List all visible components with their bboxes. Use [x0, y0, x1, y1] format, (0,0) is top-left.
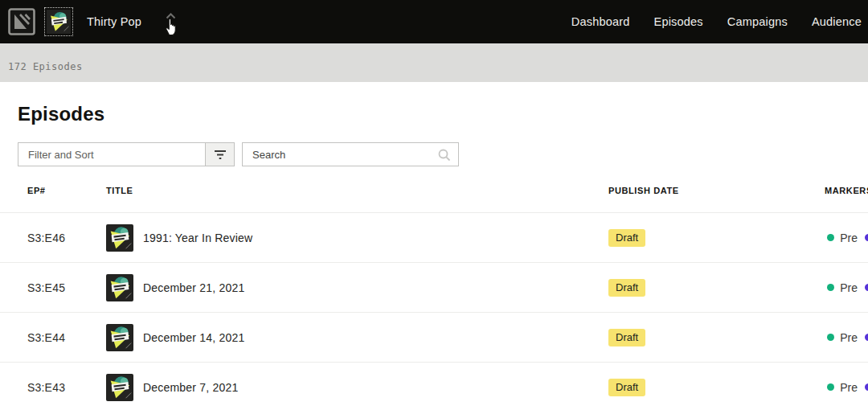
pre-marker-dot [827, 234, 834, 241]
pre-marker-dot [827, 383, 834, 391]
column-header-markers: MARKERS [825, 186, 868, 195]
table-row[interactable]: S3:E43 December 7, 2021 Draft Pre [0, 363, 868, 410]
top-navbar: Thirty Pop Dashboard Episodes Campaigns … [0, 0, 868, 43]
episode-artwork [106, 224, 133, 252]
episode-number: S3:E43 [27, 381, 106, 394]
episode-number: S3:E46 [27, 232, 106, 244]
podcast-switcher[interactable]: Thirty Pop [35, 7, 182, 36]
episode-title[interactable]: December 21, 2021 [143, 281, 244, 294]
status-badge-draft: Draft [608, 329, 645, 346]
episode-title[interactable]: December 7, 2021 [143, 381, 238, 394]
table-row[interactable]: S3:E45 December 21, 2021 Draft Pre [0, 263, 868, 313]
filter-and-sort-field [18, 142, 235, 166]
column-header-title: TITLE [106, 186, 608, 195]
episode-artwork [106, 374, 133, 401]
secondary-marker-dot [865, 383, 868, 391]
table-header-row: EP# TITLE PUBLISH DATE MARKERS [0, 186, 868, 213]
episodes-table: EP# TITLE PUBLISH DATE MARKERS S3:E46 19… [0, 186, 868, 410]
column-header-publish-date: PUBLISH DATE [608, 186, 825, 195]
episode-number: S3:E45 [27, 281, 106, 294]
nav-item-dashboard[interactable]: Dashboard [571, 15, 630, 28]
pre-marker-label: Pre [840, 381, 858, 394]
table-row[interactable]: S3:E44 December 14, 2021 Draft Pre [0, 313, 868, 363]
nav-item-audience[interactable]: Audience [812, 15, 862, 28]
page-title: Episodes [18, 103, 868, 125]
pre-marker-label: Pre [840, 331, 858, 344]
markers-cell: Pre [825, 331, 868, 344]
filter-input[interactable] [18, 143, 205, 166]
nav-item-campaigns[interactable]: Campaigns [727, 15, 788, 28]
markers-cell: Pre [825, 232, 868, 244]
episode-title[interactable]: December 14, 2021 [143, 331, 244, 344]
search-icon [438, 149, 451, 162]
episode-number: S3:E44 [27, 331, 106, 344]
pre-marker-label: Pre [840, 281, 858, 294]
filter-icon [214, 150, 227, 160]
pre-marker-dot [827, 284, 834, 291]
markers-cell: Pre [825, 381, 868, 394]
pre-marker-label: Pre [840, 232, 858, 244]
hand-cursor-icon [162, 15, 179, 37]
simplecast-logo-icon[interactable] [8, 8, 35, 35]
status-badge-draft: Draft [608, 379, 645, 396]
episode-artwork [106, 274, 133, 301]
episodes-page: Episodes EP# TITLE PUBLISH DATE [0, 103, 868, 410]
secondary-marker-dot [865, 334, 868, 341]
search-input[interactable] [243, 143, 458, 166]
episode-count-label: 172 Episodes [0, 53, 83, 72]
search-field [242, 142, 459, 166]
secondary-marker-dot [865, 234, 868, 241]
primary-nav: Dashboard Episodes Campaigns Audience [571, 15, 862, 28]
status-badge-draft: Draft [608, 229, 645, 247]
status-badge-draft: Draft [608, 279, 645, 297]
nav-item-episodes[interactable]: Episodes [654, 15, 703, 28]
pre-marker-dot [827, 334, 834, 341]
podcast-name: Thirty Pop [87, 15, 141, 28]
podcast-artwork-thumbnail[interactable] [44, 7, 73, 36]
subheader-bar: 172 Episodes [0, 43, 868, 82]
table-row[interactable]: S3:E46 1991: Year In Review Draft Pre [0, 213, 868, 263]
secondary-marker-dot [865, 284, 868, 291]
filters-row [18, 142, 868, 166]
episode-artwork [106, 324, 133, 351]
markers-cell: Pre [825, 281, 868, 294]
column-header-ep: EP# [27, 186, 106, 195]
filter-button[interactable] [205, 143, 234, 166]
episode-title[interactable]: 1991: Year In Review [143, 232, 252, 244]
